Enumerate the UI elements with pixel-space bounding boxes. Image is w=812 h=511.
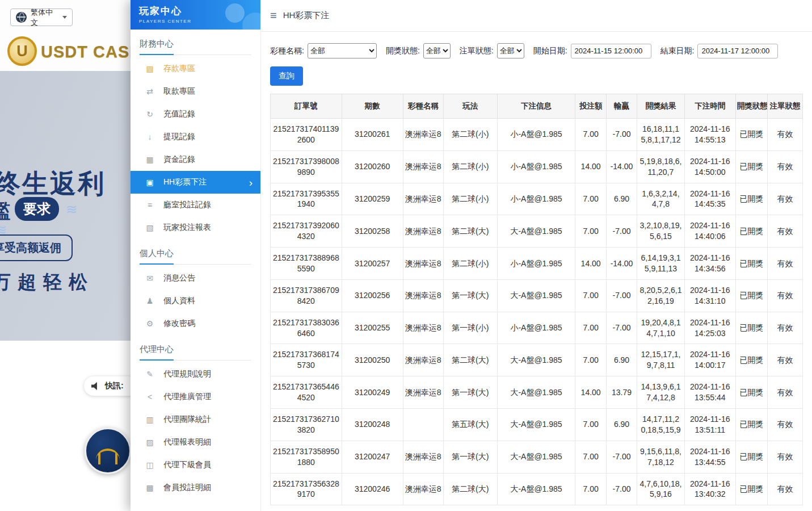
cell-draw-result: 9,15,6,11,8,7,18,12 xyxy=(637,441,684,473)
sidebar-item-deposit[interactable]: ▤存款專區 xyxy=(131,57,260,80)
table-row: 215217317388968559031200257澳洲幸运8第二球(小)小-… xyxy=(271,248,803,280)
col-header-order-no: 訂單號 xyxy=(271,94,342,119)
cell-order-status: 有效 xyxy=(768,279,803,312)
sidebar-item-recharge-record[interactable]: ↻充值記錄 xyxy=(131,103,260,125)
filter-bar: 彩種名稱: 全部 開獎狀態: 全部 注單狀態: 全部 開始日期: 結束日期: xyxy=(261,32,812,58)
cell-lottery-name: 澳洲幸运8 xyxy=(403,312,443,344)
cell-draw-status: 已開獎 xyxy=(735,409,767,441)
sidebar-item-label: HH彩票下注 xyxy=(163,177,207,187)
sidebar-item-profile-user[interactable]: ♟個人資料 xyxy=(131,290,260,312)
table-row: 215217317368174573031200250澳洲幸运8第二球(大)大-… xyxy=(271,344,803,376)
cell-order-status: 有效 xyxy=(768,441,803,473)
search-button[interactable]: 查詢 xyxy=(270,66,303,86)
banner-headline: 终生返利 xyxy=(0,166,106,202)
sidebar-item-agent-promotion-share[interactable]: <代理推廣管理 xyxy=(131,386,260,408)
cell-play-type: 第二球(大) xyxy=(443,344,497,376)
cell-draw-result: 3,2,10,8,19,5,6,15 xyxy=(637,215,684,248)
cell-draw-status: 已開獎 xyxy=(735,183,767,215)
cell-bet-time: 2024-11-16 14:50:00 xyxy=(684,150,735,183)
cell-bet-amount: 7.00 xyxy=(575,473,606,505)
sidebar-item-announcement-bell[interactable]: ✉消息公告 xyxy=(131,267,260,290)
cell-bet-time: 2024-11-16 14:40:06 xyxy=(684,215,735,248)
cell-draw-status: 已開獎 xyxy=(735,119,767,151)
cell-draw-result: 1,6,3,2,14,4,7,8 xyxy=(637,183,684,215)
player-report-icon: ▧ xyxy=(145,223,155,232)
sidebar-item-label: 提現記錄 xyxy=(163,132,195,142)
sidebar-item-label: 取款專區 xyxy=(163,86,195,97)
sidebar-item-player-report[interactable]: ▧玩家投注報表 xyxy=(131,216,260,239)
chevron-right-icon: › xyxy=(249,177,253,188)
cell-draw-status: 已開獎 xyxy=(735,312,767,344)
sidebar-item-agent-report[interactable]: ▨代理報表明細 xyxy=(131,431,260,454)
cell-bet-time: 2024-11-16 14:25:03 xyxy=(684,312,735,344)
col-header-order-status: 注單狀態 xyxy=(768,94,803,119)
cashout-record-icon: ↓ xyxy=(145,132,155,141)
cell-draw-result: 6,14,19,3,15,9,11,13 xyxy=(637,248,684,280)
cell-period: 31200249 xyxy=(342,376,403,409)
start-date-input[interactable] xyxy=(571,44,651,58)
cell-play-type: 第一球(小) xyxy=(443,312,497,344)
lottery-bet-icon: ▣ xyxy=(145,178,155,187)
cell-bet-amount: 14.00 xyxy=(575,376,606,409)
menu-toggle-icon[interactable]: ≡ xyxy=(270,9,277,22)
sidebar-section-title: 財務中心 xyxy=(140,39,251,55)
sidebar-item-label: 消息公告 xyxy=(163,273,195,283)
language-label: 繁体中文 xyxy=(31,7,58,28)
sidebar-item-password-gear[interactable]: ⚙修改密碼 xyxy=(131,312,260,335)
cell-win-loss: -14.00 xyxy=(606,248,637,280)
sidebar-item-withdraw[interactable]: ⇄取款專區 xyxy=(131,80,260,103)
cell-order-no: 2152173174011392600 xyxy=(271,119,342,151)
cell-lottery-name: 澳洲幸运8 xyxy=(403,473,443,505)
cell-period: 31200255 xyxy=(342,312,403,344)
player-center-panel: 玩家中心 PLAYERS CENTER 財務中心▤存款專區⇄取款專區↻充值記錄↓… xyxy=(131,0,812,511)
language-selector[interactable]: 繁体中文 xyxy=(10,9,73,26)
table-body: 215217317401139260031200261澳洲幸运8第二球(小)小-… xyxy=(271,119,803,505)
table-row: 215217317401139260031200261澳洲幸运8第二球(小)小-… xyxy=(271,119,803,151)
sidebar-item-label: 玩家投注報表 xyxy=(163,223,211,233)
draw-status-select[interactable]: 全部 xyxy=(423,43,451,58)
sidebar-section-title: 代理中心 xyxy=(140,344,251,361)
cell-bet-info: 小-A盤@1.985 xyxy=(497,248,575,280)
cell-bet-amount: 7.00 xyxy=(575,441,606,473)
cell-order-no: 2152173173627103820 xyxy=(271,409,342,441)
table-header-row: 訂單號期數彩種名稱玩法下注信息投注額輸贏開獎結果下注時間開獎狀態注單狀態 xyxy=(271,94,803,119)
cell-period: 31200259 xyxy=(342,183,403,215)
sidebar-item-agent-team-stats[interactable]: ▥代理團隊統計 xyxy=(131,408,260,431)
cell-bet-time: 2024-11-16 13:40:32 xyxy=(684,473,735,505)
sidebar-item-cashout-record[interactable]: ↓提現記錄 xyxy=(131,125,260,148)
order-status-select[interactable]: 全部 xyxy=(497,43,524,58)
lottery-name-select[interactable]: 全部 xyxy=(308,43,377,58)
sidebar-item-funds-record[interactable]: ▦資金記錄 xyxy=(131,148,260,171)
table-row: 215217317392060432031200258澳洲幸运8第二球(大)大-… xyxy=(271,215,803,248)
cell-bet-info: 大-A盤@1.985 xyxy=(497,279,575,312)
sidebar-item-label: 代理下級會員 xyxy=(163,460,211,470)
sidebar-item-hall-bet-record[interactable]: ≡廳室投註記錄 xyxy=(131,194,260,216)
main-header: ≡ HH彩票下注 xyxy=(261,0,812,32)
cell-bet-time: 2024-11-16 13:44:55 xyxy=(684,441,735,473)
cell-draw-status: 已開獎 xyxy=(735,344,767,376)
cell-draw-result: 14,13,9,6,17,4,12,8 xyxy=(637,376,684,409)
sidebar-item-label: 代理團隊統計 xyxy=(163,414,211,425)
cell-bet-amount: 14.00 xyxy=(575,248,606,280)
sidebar-item-label: 個人資料 xyxy=(163,296,195,306)
cell-lottery-name: 澳洲幸运8 xyxy=(403,344,443,376)
bridge-logo-icon xyxy=(96,449,120,460)
coin-logo-icon: U xyxy=(7,36,37,66)
cell-draw-status: 已開獎 xyxy=(735,473,767,505)
sidebar-item-lottery-bet[interactable]: ▣HH彩票下注› xyxy=(131,171,260,194)
lottery-name-label: 彩種名稱: xyxy=(270,46,304,56)
cell-win-loss: 13.79 xyxy=(606,376,637,409)
floating-site-logo[interactable] xyxy=(85,428,131,474)
cell-lottery-name: 澳洲幸运8 xyxy=(403,279,443,312)
sidebar-item-agent-rules[interactable]: ✎代理規則說明 xyxy=(131,363,260,386)
end-date-input[interactable] xyxy=(697,44,778,58)
sidebar-item-agent-members[interactable]: ◫代理下級會員 xyxy=(131,454,260,476)
cell-order-status: 有效 xyxy=(768,183,803,215)
col-header-period: 期數 xyxy=(342,94,403,119)
cell-bet-info: 大-A盤@1.985 xyxy=(497,376,575,409)
sidebar-item-member-bet-detail[interactable]: ▩會員投註明細 xyxy=(131,476,260,499)
cell-draw-result: 16,18,11,15,8,1,17,12 xyxy=(637,119,684,151)
ticker-label: 快訊: xyxy=(105,381,124,391)
cell-draw-status: 已開獎 xyxy=(735,248,767,280)
cell-period: 31200247 xyxy=(342,441,403,473)
